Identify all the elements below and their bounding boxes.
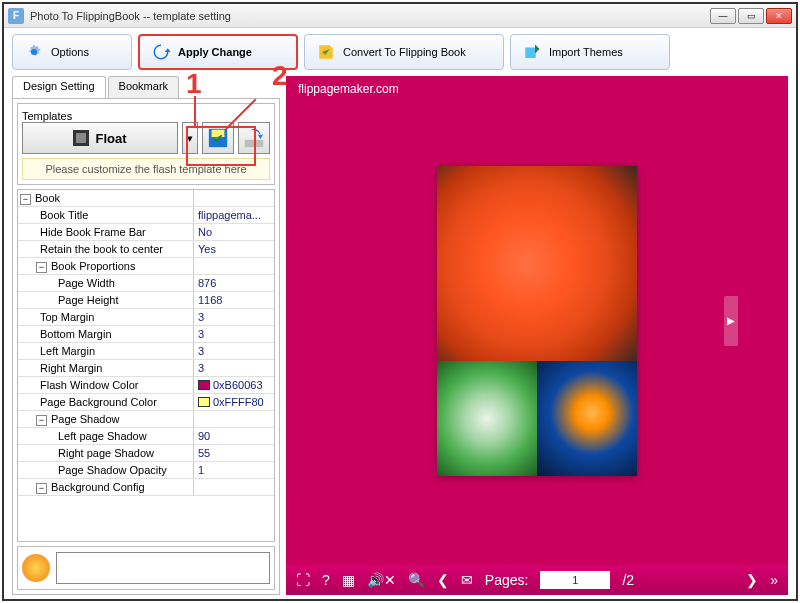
prop-row[interactable]: Flash Window Color0xB60063	[18, 377, 274, 394]
left-panel: Design Setting Bookmark Templates Float …	[12, 76, 280, 595]
photo-flower	[437, 166, 637, 361]
prop-row[interactable]: Right page Shadow55	[18, 445, 274, 462]
color-swatch	[198, 397, 210, 407]
property-grid[interactable]: −Book Book Titleflippagema... Hide Book …	[17, 189, 275, 542]
template-icon	[73, 130, 89, 146]
prop-row[interactable]: Top Margin3	[18, 309, 274, 326]
window-title: Photo To FlippingBook -- template settin…	[30, 10, 710, 22]
svg-rect-6	[245, 140, 263, 147]
last-icon[interactable]: »	[770, 572, 778, 588]
thumbnails-icon[interactable]: ▦	[342, 572, 355, 588]
preview-area[interactable]: ▶	[286, 76, 788, 565]
prop-row[interactable]: Page Background Color0xFFFF80	[18, 394, 274, 411]
template-hint: Please customize the flash template here	[22, 158, 270, 180]
help-icon[interactable]: ?	[322, 572, 330, 588]
status-field[interactable]	[56, 552, 270, 584]
convert-button[interactable]: Convert To Flipping Book	[304, 34, 504, 70]
save-icon	[207, 127, 229, 149]
import-icon	[523, 43, 541, 61]
close-button[interactable]: ✕	[766, 8, 792, 24]
prop-row[interactable]: Left page Shadow90	[18, 428, 274, 445]
preview-panel: flippagemaker.com ▶ ⛶ ? ▦ 🔊✕ 🔍 ❮ ✉	[286, 76, 788, 595]
maximize-button[interactable]: ▭	[738, 8, 764, 24]
photo-hydrangea	[437, 361, 537, 476]
load-icon	[243, 127, 265, 149]
photo-jellyfish	[537, 361, 637, 476]
status-row	[17, 546, 275, 590]
load-template-button[interactable]	[238, 122, 270, 154]
options-button[interactable]: Options	[12, 34, 132, 70]
page-input[interactable]	[540, 571, 610, 589]
svg-rect-3	[76, 133, 86, 143]
sound-icon[interactable]: 🔊✕	[367, 572, 396, 588]
save-template-button[interactable]	[202, 122, 234, 154]
template-dropdown[interactable]: ▾	[182, 122, 198, 154]
fullscreen-icon[interactable]: ⛶	[296, 572, 310, 588]
prev-icon[interactable]: ❮	[437, 572, 449, 588]
page-total: /2	[622, 572, 634, 588]
convert-icon	[317, 43, 335, 61]
pages-label: Pages:	[485, 572, 529, 588]
prop-row[interactable]: Page Shadow Opacity1	[18, 462, 274, 479]
preview-brand: flippagemaker.com	[286, 76, 411, 102]
prop-row[interactable]: Left Margin3	[18, 343, 274, 360]
prop-row[interactable]: Book Titleflippagema...	[18, 207, 274, 224]
prop-row[interactable]: Right Margin3	[18, 360, 274, 377]
mail-icon[interactable]: ✉	[461, 572, 473, 588]
prop-row[interactable]: Page Height1168	[18, 292, 274, 309]
next-icon[interactable]: ❯	[746, 572, 758, 588]
color-swatch	[198, 380, 210, 390]
book-preview[interactable]	[437, 166, 637, 476]
prop-row[interactable]: Retain the book to centerYes	[18, 241, 274, 258]
prop-row[interactable]: Bottom Margin3	[18, 326, 274, 343]
svg-rect-5	[212, 130, 225, 137]
prop-row[interactable]: Page Width876	[18, 275, 274, 292]
zoom-icon[interactable]: 🔍	[408, 572, 425, 588]
tab-design-setting[interactable]: Design Setting	[12, 76, 106, 98]
templates-group: Templates Float ▾ P	[17, 103, 275, 185]
refresh-icon	[152, 43, 170, 61]
gear-icon	[25, 43, 43, 61]
database-icon[interactable]	[22, 554, 50, 582]
apply-change-button[interactable]: Apply Change	[138, 34, 298, 70]
minimize-button[interactable]: —	[710, 8, 736, 24]
preview-toolbar: ⛶ ? ▦ 🔊✕ 🔍 ❮ ✉ Pages: /2 ❯ »	[286, 565, 788, 595]
app-window: F Photo To FlippingBook -- template sett…	[2, 2, 798, 601]
import-themes-button[interactable]: Import Themes	[510, 34, 670, 70]
prop-row[interactable]: Hide Book Frame BarNo	[18, 224, 274, 241]
app-icon: F	[8, 8, 24, 24]
titlebar: F Photo To FlippingBook -- template sett…	[4, 4, 796, 28]
float-template-button[interactable]: Float	[22, 122, 178, 154]
page-turn-handle[interactable]: ▶	[724, 296, 738, 346]
svg-rect-1	[525, 48, 536, 59]
main-toolbar: Options Apply Change Convert To Flipping…	[4, 28, 796, 76]
tab-bookmark[interactable]: Bookmark	[108, 76, 180, 98]
